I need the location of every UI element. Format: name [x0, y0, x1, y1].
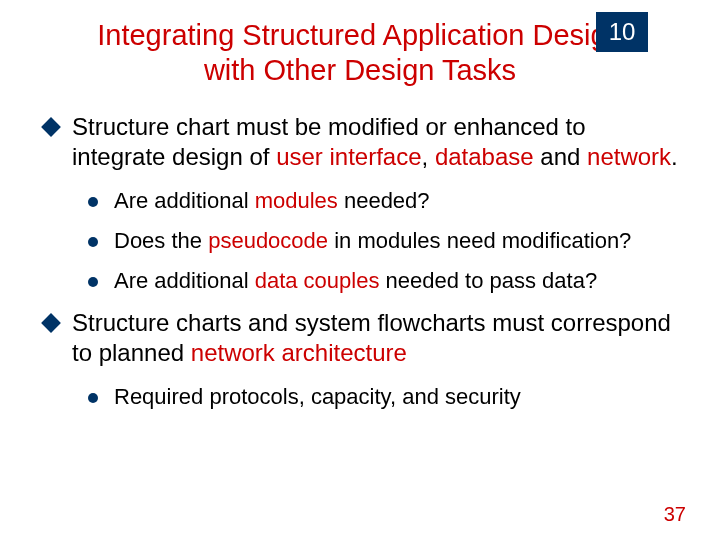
diamond-icon	[41, 117, 61, 137]
bullet-level2: Are additional data couples needed to pa…	[88, 267, 680, 295]
diamond-icon	[41, 313, 61, 333]
highlight: network architecture	[191, 339, 407, 366]
disc-icon	[88, 237, 98, 247]
bullet-level2: Required protocols, capacity, and securi…	[88, 383, 680, 411]
bullet-text: Required protocols, capacity, and securi…	[114, 383, 680, 411]
chapter-badge: 10	[596, 12, 648, 52]
text: ,	[422, 143, 435, 170]
page-number: 37	[664, 503, 686, 526]
highlight: pseudocode	[208, 228, 328, 253]
bullet-text: Structure chart must be modified or enha…	[72, 112, 680, 173]
text: Required protocols, capacity, and securi…	[114, 384, 521, 409]
text: Are additional	[114, 268, 255, 293]
text: and	[534, 143, 587, 170]
highlight: user interface	[276, 143, 421, 170]
disc-icon	[88, 197, 98, 207]
highlight: network	[587, 143, 671, 170]
bullet-text: Structure charts and system flowcharts m…	[72, 308, 680, 369]
bullet-level2: Does the pseudocode in modules need modi…	[88, 227, 680, 255]
highlight: data couples	[255, 268, 380, 293]
text: in modules need modification?	[328, 228, 631, 253]
disc-icon	[88, 277, 98, 287]
bullet-text: Are additional modules needed?	[114, 187, 680, 215]
text: Does the	[114, 228, 208, 253]
highlight: database	[435, 143, 534, 170]
highlight: modules	[255, 188, 338, 213]
text: needed to pass data?	[379, 268, 597, 293]
text: needed?	[338, 188, 430, 213]
slide: 10 Integrating Structured Application De…	[0, 0, 720, 540]
bullet-text: Does the pseudocode in modules need modi…	[114, 227, 680, 255]
slide-title: Integrating Structured Application Desig…	[75, 18, 645, 88]
text: Are additional	[114, 188, 255, 213]
text: .	[671, 143, 678, 170]
bullet-level2: Are additional modules needed?	[88, 187, 680, 215]
bullet-level1: Structure chart must be modified or enha…	[44, 112, 680, 173]
disc-icon	[88, 393, 98, 403]
bullet-level1: Structure charts and system flowcharts m…	[44, 308, 680, 369]
bullet-text: Are additional data couples needed to pa…	[114, 267, 680, 295]
